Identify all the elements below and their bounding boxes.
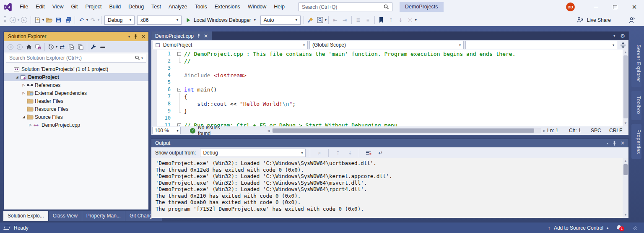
menu-help[interactable]: Help bbox=[270, 0, 288, 14]
open-file-button[interactable] bbox=[44, 16, 54, 25]
chevron-collapsed-icon[interactable]: ▷ bbox=[21, 83, 27, 87]
menu-git[interactable]: Git bbox=[68, 0, 82, 14]
tree-item-solution-demoprojects-1-of-1-project[interactable]: Solution 'DemoProjects' (1 of 1 project) bbox=[4, 65, 148, 73]
start-debugging-dropdown[interactable]: ▾ bbox=[254, 18, 256, 22]
save-button[interactable] bbox=[54, 16, 63, 25]
menu-project[interactable]: Project bbox=[82, 0, 106, 14]
feedback-icon[interactable] bbox=[628, 17, 635, 23]
scroll-right-icon[interactable]: ▶ bbox=[541, 129, 547, 133]
code-line-5[interactable]: 5 bbox=[157, 79, 628, 86]
status-spaces[interactable]: SPC bbox=[591, 128, 609, 134]
split-editor-icon[interactable] bbox=[619, 42, 627, 48]
increase-indent-button[interactable]: ⇥ bbox=[340, 16, 350, 25]
solution-explorer-header[interactable]: Solution Explorer ▾ ✕ bbox=[4, 32, 148, 41]
se-search-options-dropdown[interactable]: ▾ bbox=[141, 56, 143, 60]
output-scrollbar-thumb[interactable] bbox=[623, 164, 628, 175]
chevron-expanded-icon[interactable]: ◢ bbox=[21, 115, 27, 119]
word-wrap-button[interactable]: ↵ bbox=[376, 148, 385, 157]
fold-collapse-icon[interactable]: - bbox=[177, 122, 184, 126]
start-debugging-button[interactable]: Local Windows Debugger ▾ bbox=[183, 15, 259, 25]
properties-wrench-button[interactable] bbox=[89, 42, 98, 52]
se-back-button[interactable]: ◂ bbox=[6, 42, 15, 52]
next-message-button[interactable]: ⇣ bbox=[345, 148, 355, 157]
code-line-6[interactable]: 6-int main() bbox=[157, 86, 628, 93]
menu-window[interactable]: Window bbox=[244, 0, 270, 14]
navigate-forward-button[interactable]: ▸ bbox=[19, 16, 29, 25]
menu-analyze[interactable]: Analyze bbox=[165, 0, 191, 14]
uncomment-button[interactable]: ≡ bbox=[363, 16, 373, 25]
find-options-dropdown[interactable]: ▾ bbox=[325, 18, 327, 22]
preview-selected-items-button[interactable] bbox=[98, 42, 107, 52]
redo-button[interactable]: ↷ bbox=[88, 16, 98, 25]
attach-to-process-button[interactable] bbox=[306, 16, 315, 25]
menu-debug[interactable]: Debug bbox=[125, 0, 148, 14]
home-button[interactable] bbox=[24, 42, 34, 52]
minimize-button[interactable] bbox=[586, 0, 605, 14]
scroll-left-icon[interactable]: ◀ bbox=[266, 129, 272, 133]
code-line-9[interactable]: 9} bbox=[157, 107, 628, 115]
pin-icon[interactable] bbox=[134, 34, 138, 39]
toolbar-grip[interactable] bbox=[4, 16, 6, 24]
save-all-button[interactable] bbox=[63, 16, 73, 25]
window-position-dropdown[interactable]: ▾ bbox=[128, 35, 130, 39]
solution-name-badge[interactable]: DemoProjects bbox=[400, 2, 444, 12]
clear-all-button[interactable] bbox=[364, 148, 373, 157]
vertical-tab-properties[interactable]: Properties bbox=[631, 124, 641, 159]
live-share-label[interactable]: Live Share bbox=[587, 17, 611, 23]
output-close-icon[interactable]: ✕ bbox=[621, 140, 625, 146]
collapse-all-button[interactable] bbox=[67, 42, 76, 52]
scrollbar-thumb[interactable] bbox=[623, 55, 628, 118]
fold-collapse-icon[interactable]: - bbox=[177, 50, 184, 58]
status-column[interactable]: Ch: 1 bbox=[569, 128, 591, 134]
output-source-combo[interactable]: Debug ▾ bbox=[200, 149, 306, 157]
code-line-11[interactable]: 11-// Run program: Ctrl + F5 or Debug > … bbox=[157, 122, 628, 126]
code-editor[interactable]: 1-// DemoProject.cpp : This file contain… bbox=[151, 50, 628, 126]
toggle-bookmark-button[interactable] bbox=[377, 16, 386, 25]
switch-views-button[interactable] bbox=[34, 42, 43, 52]
code-line-10[interactable]: 10 bbox=[157, 115, 628, 122]
chevron-collapsed-icon[interactable]: ▷ bbox=[21, 91, 27, 95]
code-line-7[interactable]: 7{ bbox=[157, 93, 628, 100]
output-scroll-down-icon[interactable]: ▼ bbox=[624, 212, 627, 218]
se-forward-button[interactable]: ▸ bbox=[15, 42, 24, 52]
vertical-tab-server-explorer[interactable]: Server Explorer bbox=[631, 39, 641, 87]
scope-combo[interactable]: (Global Scope) ▾ bbox=[309, 41, 464, 49]
tree-item-references[interactable]: ▷References bbox=[4, 81, 148, 89]
output-vertical-scrollbar[interactable]: ▲ ▼ bbox=[623, 158, 628, 218]
document-health-indicator[interactable]: ✓ No issues found bbox=[190, 125, 233, 136]
editor-horizontal-scrollbar[interactable]: ◀ ▶ bbox=[266, 128, 547, 133]
menu-test[interactable]: Test bbox=[148, 0, 165, 14]
user-avatar[interactable]: DD bbox=[566, 3, 575, 11]
redo-dropdown[interactable]: ▾ bbox=[98, 18, 99, 22]
code-line-1[interactable]: 1-// DemoProject.cpp : This file contain… bbox=[157, 50, 628, 58]
sync-with-active-document-button[interactable]: ⇄ bbox=[57, 42, 67, 52]
scroll-down-icon[interactable]: ▼ bbox=[624, 120, 627, 126]
notifications-button[interactable]: 1 bbox=[616, 225, 622, 231]
previous-bookmark-button[interactable]: ⇡ bbox=[386, 16, 396, 25]
resize-grip[interactable] bbox=[633, 226, 637, 230]
project-scope-combo[interactable]: DemoProject ▾ bbox=[153, 41, 308, 49]
editor-vertical-scrollbar[interactable]: ▲ ▼ bbox=[623, 50, 628, 126]
document-tab-active[interactable]: DemoProject.cpp ✕ bbox=[151, 31, 212, 40]
code-line-4[interactable]: 4#include <iostream> bbox=[157, 72, 628, 79]
menu-extensions[interactable]: Extensions bbox=[211, 0, 244, 14]
member-combo[interactable]: ▾ bbox=[465, 41, 617, 49]
output-header[interactable]: Output ▾ ✕ bbox=[151, 139, 628, 147]
panel-tab-property-man[interactable]: Property Man... bbox=[82, 211, 125, 221]
chevron-expanded-icon[interactable]: ◢ bbox=[14, 75, 20, 79]
solution-configurations-combo[interactable]: Debug▾ bbox=[104, 16, 135, 25]
tree-item-header-files[interactable]: Header Files bbox=[4, 97, 148, 105]
output-log[interactable]: 'DemoProject.exe' (Win32): Loaded 'C:\Wi… bbox=[151, 158, 628, 218]
previous-message-button[interactable]: ⇡ bbox=[333, 148, 343, 157]
menu-build[interactable]: Build bbox=[105, 0, 125, 14]
source-control-dropdown[interactable]: ▴ bbox=[607, 226, 608, 230]
tab-close-icon[interactable]: ✕ bbox=[204, 33, 208, 39]
tree-item-demoproject[interactable]: ◢DemoProject bbox=[4, 73, 148, 81]
code-line-3[interactable]: 3 bbox=[157, 65, 628, 72]
output-position-dropdown[interactable]: ▾ bbox=[607, 141, 608, 145]
se-search-input[interactable]: Search Solution Explorer (Ctrl+;) ▾ bbox=[6, 54, 146, 63]
menu-tools[interactable]: Tools bbox=[191, 0, 211, 14]
search-input[interactable]: Search (Ctrl+Q) bbox=[299, 3, 392, 11]
menu-edit[interactable]: Edit bbox=[32, 0, 49, 14]
menu-file[interactable]: File bbox=[16, 0, 32, 14]
